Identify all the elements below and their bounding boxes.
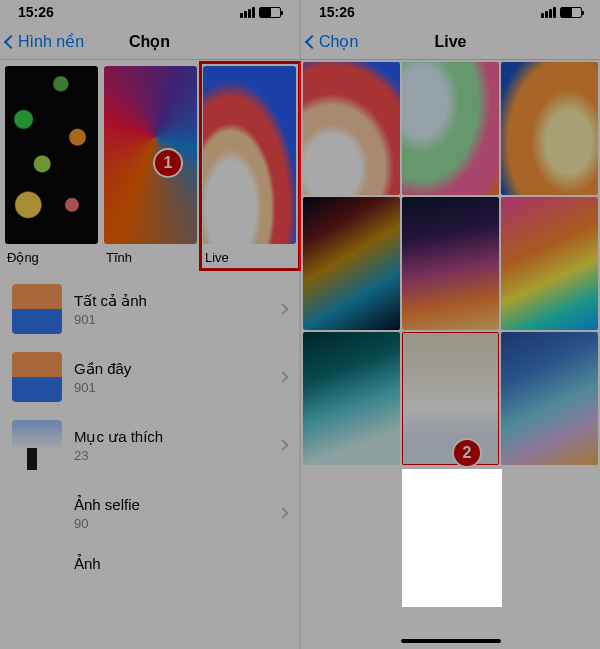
- nav-bar: Hình nền Chọn: [0, 24, 299, 60]
- album-name: Gần đây: [74, 360, 279, 378]
- wallpaper-thumbnail[interactable]: [501, 197, 598, 330]
- highlight-box: [402, 332, 499, 465]
- album-all-photos[interactable]: Tất cả ảnh 901: [0, 275, 299, 343]
- back-label: Hình nền: [18, 32, 84, 51]
- album-thumbnail: [12, 284, 62, 334]
- category-thumbnail: [104, 66, 197, 244]
- album-recent[interactable]: Gần đây 901: [0, 343, 299, 411]
- home-indicator[interactable]: [401, 639, 501, 643]
- album-list[interactable]: Tất cả ảnh 901 Gần đây 901 Mục ưa thích …: [0, 275, 299, 581]
- phone-screen-choose: 15:26 Hình nền Chọn Động Tĩnh: [0, 0, 300, 649]
- back-label: Chọn: [319, 32, 358, 51]
- category-live[interactable]: Live: [203, 66, 296, 267]
- album-thumbnail: [12, 420, 62, 470]
- category-label: Động: [5, 244, 98, 267]
- chevron-right-icon: [277, 507, 288, 518]
- battery-icon: [560, 7, 582, 18]
- callout-1: 1: [153, 148, 183, 178]
- wallpaper-category-row: Động Tĩnh Live: [0, 60, 299, 275]
- album-name: Tất cả ảnh: [74, 292, 279, 310]
- wallpaper-thumbnail[interactable]: [501, 62, 598, 195]
- status-bar: 15:26: [0, 0, 299, 24]
- wallpaper-thumbnail[interactable]: [303, 332, 400, 465]
- album-favorites[interactable]: Mục ưa thích 23: [0, 411, 299, 479]
- phone-screen-live: 15:26 Chọn Live 2: [300, 0, 600, 649]
- album-name: Ảnh: [74, 555, 287, 573]
- album-count: 901: [74, 312, 279, 327]
- status-bar: 15:26: [301, 0, 600, 24]
- wallpaper-thumbnail[interactable]: [402, 332, 499, 465]
- status-time: 15:26: [319, 4, 355, 20]
- back-button[interactable]: Hình nền: [0, 32, 84, 51]
- album-name: Ảnh selfie: [74, 496, 279, 514]
- category-still[interactable]: Tĩnh: [104, 66, 197, 267]
- album-photos[interactable]: Ảnh: [0, 547, 299, 581]
- signal-icon: [541, 7, 556, 18]
- album-count: 901: [74, 380, 279, 395]
- album-name: Mục ưa thích: [74, 428, 279, 446]
- wallpaper-thumbnail[interactable]: [303, 197, 400, 330]
- category-thumbnail: [5, 66, 98, 244]
- live-wallpaper-grid[interactable]: [301, 60, 600, 465]
- chevron-left-icon: [305, 34, 319, 48]
- signal-icon: [240, 7, 255, 18]
- chevron-right-icon: [277, 303, 288, 314]
- chevron-right-icon: [277, 439, 288, 450]
- battery-icon: [259, 7, 281, 18]
- status-time: 15:26: [18, 4, 54, 20]
- chevron-left-icon: [4, 34, 18, 48]
- wallpaper-thumbnail[interactable]: [303, 62, 400, 195]
- album-selfies[interactable]: Ảnh selfie 90: [0, 479, 299, 547]
- chevron-right-icon: [277, 371, 288, 382]
- callout-2: 2: [452, 438, 482, 468]
- album-count: 23: [74, 448, 279, 463]
- category-dynamic[interactable]: Động: [5, 66, 98, 267]
- wallpaper-thumbnail[interactable]: [402, 62, 499, 195]
- back-button[interactable]: Chọn: [301, 32, 358, 51]
- album-thumbnail: [12, 352, 62, 402]
- nav-bar: Chọn Live: [301, 24, 600, 60]
- category-label: Tĩnh: [104, 244, 197, 267]
- wallpaper-thumbnail[interactable]: [501, 332, 598, 465]
- album-count: 90: [74, 516, 279, 531]
- wallpaper-thumbnail[interactable]: [402, 197, 499, 330]
- highlight-box: [199, 61, 301, 271]
